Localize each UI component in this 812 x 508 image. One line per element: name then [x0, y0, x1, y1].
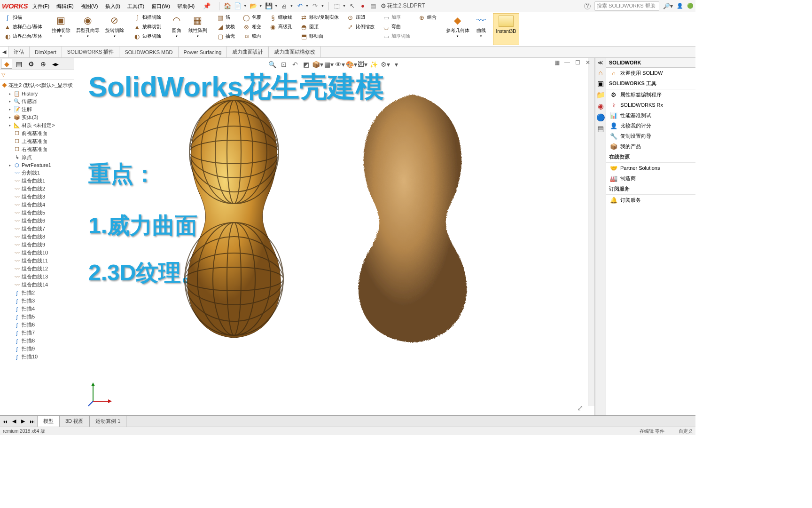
bt-3dview[interactable]: 3D 视图	[60, 416, 90, 427]
menu-insert[interactable]: 插入(I)	[105, 3, 120, 9]
tp-custom-icon[interactable]: ▤	[597, 125, 604, 133]
viewport[interactable]: 🔍 ⊡ ↶ ◩ 📦▾ ▦▾ 👁▾ 🎨▾ 🖼▾ ✨ ⚙▾ ▾ ▦ — ☐ ✕ So…	[74, 58, 595, 415]
prev-view-icon[interactable]: ↶	[289, 60, 301, 69]
tree-item[interactable]: 〰组合曲线12	[1, 265, 73, 273]
tree-root[interactable]: ◆ 花生2 (默认<<默认>_显示状	[1, 81, 73, 90]
viewport-close-icon[interactable]: ✕	[583, 59, 593, 66]
tree-item[interactable]: ∫扫描2	[1, 289, 73, 297]
menu-help[interactable]: 帮助(H)	[177, 3, 195, 9]
extcut-button[interactable]: ▣拉伸切除▼	[49, 13, 73, 45]
menu-edit[interactable]: 编辑(E)	[56, 3, 74, 9]
tp-home-icon[interactable]: ⌂	[598, 69, 602, 77]
loft-button[interactable]: ▲放样凸台/基体	[3, 23, 43, 31]
pin-icon[interactable]: 📌	[203, 2, 211, 9]
search-dropdown-icon[interactable]: 🔎▾	[663, 3, 673, 9]
render-icon[interactable]: ✨	[368, 60, 380, 69]
tp-file-icon[interactable]: 📁	[596, 91, 605, 99]
status-custom[interactable]: 自定义	[679, 428, 693, 435]
tree-item[interactable]: 〰组合曲线2	[1, 185, 73, 193]
dropdown-icon[interactable]: ▼	[321, 4, 324, 8]
bt-next-icon[interactable]: ▶	[21, 418, 25, 424]
help-icon[interactable]: ?	[584, 3, 591, 9]
tree-item[interactable]: ▸⬡PwrFeature1	[1, 161, 73, 169]
rebuild-icon[interactable]: ●	[359, 2, 367, 10]
tp-view-icon[interactable]: ◉	[598, 102, 604, 111]
welcome-item[interactable]: ⌂欢迎使用 SOLIDW	[606, 68, 695, 78]
section-icon[interactable]: ◩	[301, 60, 312, 69]
undo-icon[interactable]: ↶	[296, 2, 304, 10]
tree-item[interactable]: ∫扫描10	[1, 353, 73, 361]
combine-button[interactable]: ⊕组合	[417, 13, 437, 22]
tab-powersurf[interactable]: Power Surfacing	[179, 47, 227, 57]
viewport-maximize-icon[interactable]: ☐	[573, 59, 582, 66]
propscale-button[interactable]: ⤢比例缩放	[346, 23, 375, 31]
tab-dimxpert[interactable]: DimXpert	[30, 47, 62, 57]
shell-button[interactable]: ▢抽壳	[216, 32, 236, 40]
fm-tab-more[interactable]: ◂▸	[50, 59, 61, 69]
tree-item[interactable]: ☐上视基准面	[1, 137, 73, 145]
tree-item[interactable]: ▸📝注解	[1, 105, 73, 113]
more-icon[interactable]: ▾	[391, 60, 402, 69]
tree-item[interactable]: ☐右视基准面	[1, 145, 73, 153]
compress-button[interactable]: ⊙压凹	[346, 13, 375, 22]
bend-button[interactable]: ◡弯曲	[382, 23, 411, 31]
fm-tab-display[interactable]: ⊕	[38, 59, 49, 69]
thick-button[interactable]: ▭加厚	[382, 13, 411, 22]
tab-evaluate[interactable]: 评估	[8, 47, 30, 57]
tree-item[interactable]: 〰分割线1	[1, 169, 73, 177]
tree-item[interactable]: 〰组合曲线5	[1, 209, 73, 217]
menu-file[interactable]: 文件(F)	[32, 3, 49, 9]
dropdown-icon[interactable]: ▼	[290, 4, 293, 8]
sweep-button[interactable]: ∫扫描	[3, 13, 43, 22]
new-icon[interactable]: 📄	[234, 2, 242, 10]
tab-mbd[interactable]: SOLIDWORKS MBD	[119, 47, 178, 57]
rib-button[interactable]: ▥筋	[216, 13, 236, 22]
redo-icon[interactable]: ↷	[312, 2, 319, 10]
open-icon[interactable]: 📂	[250, 2, 257, 10]
home-icon[interactable]: 🏠	[224, 2, 231, 10]
display-style-icon[interactable]: ▦▾	[323, 60, 335, 69]
dropdown-icon[interactable]: ▼	[343, 4, 346, 8]
feature-tree[interactable]: ◆ 花生2 (默认<<默认>_显示状▸📋History▸🔍传感器▸📝注解▸📦实体…	[0, 79, 74, 415]
tp-lib-icon[interactable]: ▣	[597, 79, 604, 88]
tree-item[interactable]: ∫扫描9	[1, 345, 73, 353]
task-item[interactable]: 📦我的产品	[606, 141, 695, 151]
tree-item[interactable]: 〰组合曲线10	[1, 249, 73, 257]
loftcut-button[interactable]: ▲放样切割	[133, 23, 162, 31]
view-settings-icon[interactable]: ⚙▾	[380, 60, 391, 69]
tree-item[interactable]: ∫扫描7	[1, 329, 73, 337]
tree-item[interactable]: 〰组合曲线8	[1, 233, 73, 241]
options-list-icon[interactable]: ▤	[369, 2, 377, 10]
holewiz-button[interactable]: ◉异型孔向导▼	[74, 13, 102, 45]
fillet-button[interactable]: ◠圆角▼	[168, 13, 185, 45]
collapse-icon[interactable]: ≪	[598, 60, 603, 66]
notification-icon[interactable]: 🟢	[687, 3, 694, 9]
tree-item[interactable]: ▸📐材质 <未指定>	[1, 121, 73, 129]
dropdown-icon[interactable]: ▼	[243, 4, 247, 8]
dome-button[interactable]: ◓圆顶	[299, 23, 340, 31]
viewport-minimize-icon[interactable]: —	[562, 59, 572, 66]
filter-icon[interactable]: ▽	[1, 71, 5, 77]
hide-show-icon[interactable]: 👁▾	[335, 60, 346, 69]
tree-item[interactable]: ▸🔍传感器	[1, 97, 73, 105]
viewport-scrollbar[interactable]	[588, 58, 594, 406]
draft-button[interactable]: ◢拔模	[216, 23, 236, 31]
task-item[interactable]: 🔧复制设置向导	[606, 131, 695, 141]
arrow-icon[interactable]: ↖	[349, 2, 356, 10]
tree-item[interactable]: 〰组合曲线1	[1, 177, 73, 185]
task-item[interactable]: 📊性能基准测试	[606, 110, 695, 120]
revcut-button[interactable]: ⊘旋转切除▼	[103, 13, 126, 45]
boundary-button[interactable]: ◐边界凸台/基体	[3, 32, 43, 40]
zoom-area-icon[interactable]: ⊡	[278, 60, 289, 69]
task-item[interactable]: ⚙属性标签编制程序	[606, 89, 695, 100]
settings-icon[interactable]: ⚙	[380, 2, 387, 10]
intersect-button[interactable]: ⊗相交	[242, 23, 262, 31]
bt-first-icon[interactable]: ⏮	[2, 419, 8, 424]
task-item[interactable]: 👤比较我的评分	[606, 120, 695, 131]
user-icon[interactable]: 👤	[677, 3, 683, 9]
thickcut-button[interactable]: ▭加厚切除	[382, 32, 411, 40]
boundcut-button[interactable]: ◐边界切除	[133, 32, 162, 40]
task-item[interactable]: 🔔订阅服务	[606, 195, 695, 205]
tp-appear-icon[interactable]: 🔵	[596, 113, 605, 122]
dropdown-icon[interactable]: ▼	[305, 4, 309, 8]
